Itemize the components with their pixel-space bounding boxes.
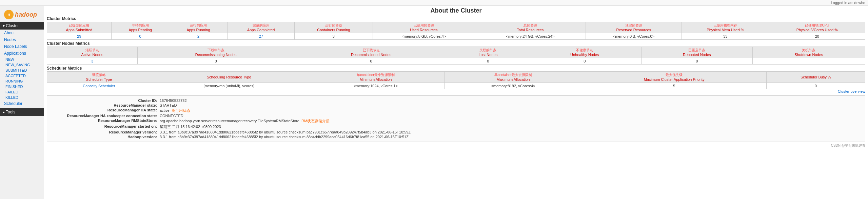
val-active-nodes[interactable]: 3	[47, 58, 138, 65]
col-phys-mem: 已使用物理内存 Physical Mem Used %	[682, 22, 769, 33]
sidebar-subitem-finished[interactable]: FINISHED	[0, 84, 44, 89]
sidebar-subitem-submitted[interactable]: SUBMITTED	[0, 68, 44, 73]
val-apps-submitted[interactable]: 29	[47, 33, 112, 40]
info-row-rmstatestore: ResourceManager RMStateStore: org.apache…	[51, 119, 861, 124]
cluster-overview-link[interactable]: Cluster overview	[47, 89, 865, 93]
col-max-allocation: 单container最大资源限制 Maximum Allocation	[445, 72, 582, 83]
info-row-cluster-id: Cluster ID: 1676450522732	[51, 98, 861, 103]
col-max-priority: 最大优先级 Maximum Cluster Application Priori…	[582, 72, 766, 83]
page-title: About the Cluster	[47, 7, 865, 14]
cluster-nodes-metrics-title: Cluster Nodes Metrics	[47, 41, 865, 46]
col-total-resources: 总的资源 Total Resources	[475, 22, 586, 33]
col-apps-submitted: 已提交的应用 Apps Submitted	[47, 22, 112, 33]
val-decommissioned-nodes: 0	[294, 58, 448, 65]
val-rebooted-nodes: 0	[641, 58, 752, 65]
val-min-allocation: <memory:1024, vCores:1>	[307, 83, 445, 89]
svg-text:H: H	[7, 13, 10, 17]
cluster-metrics-title: Cluster Metrics	[47, 16, 865, 21]
col-apps-completed: 完成的应用 Apps Completed	[228, 22, 295, 33]
tools-sidebar-header[interactable]: ▸ Tools	[0, 108, 44, 116]
cluster-metrics-table: 已提交的应用 Apps Submitted 等待的应用 Apps Pending…	[47, 22, 865, 40]
col-scheduler-type: 调度策略 Scheduler Type	[47, 72, 151, 83]
sidebar-subitem-new[interactable]: NEW	[0, 57, 44, 62]
val-max-priority: 5	[582, 83, 766, 89]
cluster-nodes-metrics-table: 活跃节点 Active Nodes 下线中节点 Decommissioning …	[47, 47, 865, 65]
sidebar: H hadoop ▾ Cluster About Nodes Node Labe…	[0, 6, 44, 199]
sidebar-subitem-failed[interactable]: FAILED	[0, 89, 44, 95]
col-lost-nodes: 失联的节点 Lost Nodes	[448, 47, 528, 58]
scheduler-metrics-table: 调度策略 Scheduler Type Scheduling Resource …	[47, 71, 865, 89]
info-row-started-on: ResourceManager started on: 星期三 二月 15 16…	[51, 124, 861, 129]
col-apps-running: 运行的应用 Apps Running	[169, 22, 228, 33]
val-scheduler-busy: 0	[766, 83, 865, 89]
hadoop-logo-icon: H	[3, 8, 15, 21]
footer-note: CSDN @笑起来赋好看	[47, 143, 865, 148]
sidebar-item-scheduler[interactable]: Scheduler	[0, 100, 44, 107]
col-scheduler-busy: Scheduler Busy %	[766, 72, 865, 83]
val-lost-nodes: 0	[448, 58, 528, 65]
sidebar-item-about[interactable]: About	[0, 30, 44, 36]
top-bar: Logged in as: dr.who	[0, 0, 868, 6]
val-apps-pending[interactable]: 0	[111, 33, 169, 40]
logged-in-label: Logged in as: dr.who	[831, 1, 865, 5]
col-shutdown-nodes: 关机节点 Shutdown Nodes	[752, 47, 865, 58]
sidebar-subitem-running[interactable]: RUNNING	[0, 78, 44, 84]
info-row-rm-version: ResourceManager version: 3.3.1 from a3b9…	[51, 130, 861, 134]
val-decommissioning-nodes: 0	[138, 58, 294, 65]
val-scheduling-resource-type: [memory-mb (unit=Mi), vcores]	[151, 83, 307, 89]
info-row-rm-state: ResourceManager state: STARTED	[51, 103, 861, 107]
info-row-ha-state: ResourceManager HA state: active 高可用状态	[51, 108, 861, 113]
info-row-zk-state: ResourceManager HA zookeeper connection …	[51, 114, 861, 118]
cluster-info-section: Cluster ID: 1676450522732 ResourceManage…	[47, 95, 865, 142]
val-total-resources: <memory:24 GB, vCores:24>	[475, 33, 586, 40]
col-scheduling-resource-type: Scheduling Resource Type	[151, 72, 307, 83]
scheduler-metrics-title: Scheduler Metrics	[47, 66, 865, 71]
val-scheduler-type[interactable]: Capacity Scheduler	[47, 83, 151, 89]
col-used-resources: 已使用的资源 Used Resources	[373, 22, 475, 33]
val-apps-completed[interactable]: 27	[228, 33, 295, 40]
logo-area: H hadoop	[0, 7, 44, 22]
cluster-sidebar-header[interactable]: ▾ Cluster	[0, 22, 44, 30]
col-decommissioning-nodes: 下线中节点 Decommissioning Nodes	[138, 47, 294, 58]
sidebar-item-applications[interactable]: Applications	[0, 50, 44, 57]
val-used-resources: <memory:8 GB, vCores:4>	[373, 33, 475, 40]
val-reserved-resources: <memory:0 B, vCores:0>	[586, 33, 682, 40]
main-content: About the Cluster Cluster Metrics 已提交的应用…	[44, 6, 868, 199]
info-row-hadoop-version: Hadoop version: 3.3.1 from a3b9c37a397ad…	[51, 135, 861, 139]
val-containers-running: 3	[294, 33, 373, 40]
val-unhealthy-nodes: 0	[528, 58, 641, 65]
col-containers-running: 运行的容器 Containers Running	[294, 22, 373, 33]
col-decommissioned-nodes: 已下线节点 Decommissioned Nodes	[294, 47, 448, 58]
sidebar-item-node-labels[interactable]: Node Labels	[0, 43, 44, 50]
sidebar-subitem-new-saving[interactable]: NEW_SAVING	[0, 62, 44, 68]
col-reserved-resources: 预留的资源 Reserved Resources	[586, 22, 682, 33]
col-unhealthy-nodes: 不健康节点 Unhealthy Nodes	[528, 47, 641, 58]
sidebar-item-nodes[interactable]: Nodes	[0, 36, 44, 43]
val-shutdown-nodes	[752, 58, 865, 65]
val-max-allocation: <memory:8192, vCores:4>	[445, 83, 582, 89]
col-rebooted-nodes: 已重启节点 Rebooted Nodes	[641, 47, 752, 58]
val-apps-running[interactable]: 2	[169, 33, 228, 40]
col-phys-cpu: 已使用物理CPU Physical VCores Used %	[769, 22, 865, 33]
sidebar-subitem-killed[interactable]: KILLED	[0, 95, 44, 100]
val-phys-mem: 33	[682, 33, 769, 40]
sidebar-subitem-accepted[interactable]: ACCEPTED	[0, 73, 44, 78]
hadoop-text: hadoop	[15, 11, 37, 18]
col-min-allocation: 单container最小资源限制 Minimum Allocation	[307, 72, 445, 83]
val-phys-cpu: 20	[769, 33, 865, 40]
col-apps-pending: 等待的应用 Apps Pending	[111, 22, 169, 33]
col-active-nodes: 活跃节点 Active Nodes	[47, 47, 138, 58]
